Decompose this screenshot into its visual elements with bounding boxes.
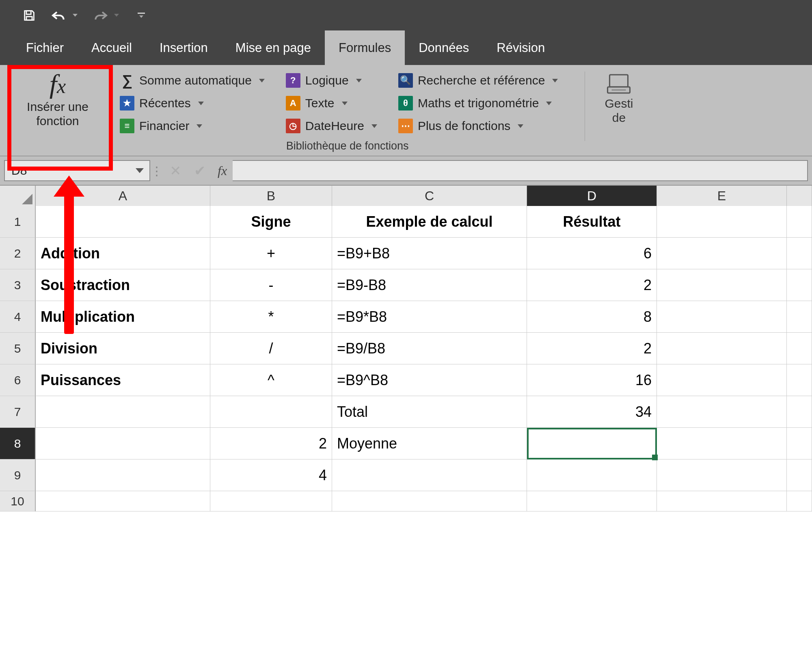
- tab-mise-en-page[interactable]: Mise en page: [222, 30, 325, 65]
- cell-e5[interactable]: [657, 333, 787, 364]
- cell-e6[interactable]: [657, 364, 787, 396]
- math-button[interactable]: θ Maths et trigonométrie: [396, 93, 561, 114]
- row-header-10[interactable]: 10: [0, 491, 36, 511]
- tab-insertion[interactable]: Insertion: [146, 30, 222, 65]
- cell-a1[interactable]: [36, 206, 210, 238]
- cell-a9[interactable]: [36, 459, 210, 491]
- cell-a10[interactable]: [36, 491, 210, 511]
- cell-d6[interactable]: 16: [527, 364, 657, 396]
- cell-b8[interactable]: 2: [210, 428, 332, 459]
- recent-button[interactable]: ★ Récentes: [117, 93, 267, 114]
- cell-d9[interactable]: [527, 459, 657, 491]
- cell-d2[interactable]: 6: [527, 238, 657, 269]
- cell-a5[interactable]: Division: [36, 333, 210, 364]
- save-button[interactable]: [22, 9, 36, 22]
- tab-accueil[interactable]: Accueil: [78, 30, 146, 65]
- cell-c5[interactable]: =B9/B8: [332, 333, 527, 364]
- cell-d4[interactable]: 8: [527, 301, 657, 333]
- autosum-button[interactable]: ∑ Somme automatique: [117, 70, 267, 91]
- cell-f8[interactable]: [787, 428, 812, 459]
- cell-b10[interactable]: [210, 491, 332, 511]
- cell-e3[interactable]: [657, 269, 787, 301]
- col-header-f[interactable]: [787, 186, 812, 206]
- cell-f1[interactable]: [787, 206, 812, 238]
- cell-e7[interactable]: [657, 396, 787, 428]
- cell-e1[interactable]: [657, 206, 787, 238]
- cell-a6[interactable]: Puissances: [36, 364, 210, 396]
- cell-d1[interactable]: Résultat: [527, 206, 657, 238]
- col-header-d[interactable]: D: [527, 186, 657, 206]
- cell-e4[interactable]: [657, 301, 787, 333]
- cell-e8[interactable]: [657, 428, 787, 459]
- cancel-button[interactable]: ✕: [163, 160, 188, 181]
- cell-d5[interactable]: 2: [527, 333, 657, 364]
- cell-d10[interactable]: [527, 491, 657, 511]
- cell-e9[interactable]: [657, 459, 787, 491]
- row-header-9[interactable]: 9: [0, 459, 36, 491]
- tab-formules[interactable]: Formules: [325, 30, 405, 65]
- name-manager-button[interactable]: Gestide: [592, 69, 645, 125]
- cell-a3[interactable]: Soustraction: [36, 269, 210, 301]
- cell-d8[interactable]: [527, 428, 657, 459]
- col-header-b[interactable]: B: [210, 186, 332, 206]
- cell-c3[interactable]: =B9-B8: [332, 269, 527, 301]
- row-header-1[interactable]: 1: [0, 206, 36, 238]
- tab-revision[interactable]: Révision: [483, 30, 559, 65]
- cell-e10[interactable]: [657, 491, 787, 511]
- cell-c9[interactable]: [332, 459, 527, 491]
- row-header-8[interactable]: 8: [0, 428, 36, 459]
- col-header-a[interactable]: A: [36, 186, 210, 206]
- tab-fichier[interactable]: Fichier: [12, 30, 78, 65]
- datetime-button[interactable]: ◷ DateHeure: [283, 115, 380, 136]
- cell-c2[interactable]: =B9+B8: [332, 238, 527, 269]
- cell-f7[interactable]: [787, 396, 812, 428]
- cell-a8[interactable]: [36, 428, 210, 459]
- cell-f2[interactable]: [787, 238, 812, 269]
- row-header-6[interactable]: 6: [0, 364, 36, 396]
- row-header-2[interactable]: 2: [0, 238, 36, 269]
- cell-b5[interactable]: /: [210, 333, 332, 364]
- row-header-7[interactable]: 7: [0, 396, 36, 428]
- cell-f10[interactable]: [787, 491, 812, 511]
- text-button[interactable]: A Texte: [283, 93, 380, 114]
- cell-d3[interactable]: 2: [527, 269, 657, 301]
- cell-b7[interactable]: [210, 396, 332, 428]
- cell-b4[interactable]: *: [210, 301, 332, 333]
- customize-qat-button[interactable]: [138, 13, 145, 18]
- cell-f6[interactable]: [787, 364, 812, 396]
- row-header-3[interactable]: 3: [0, 269, 36, 301]
- cell-b3[interactable]: -: [210, 269, 332, 301]
- cell-e2[interactable]: [657, 238, 787, 269]
- insert-function-button[interactable]: fx Insérer unefonction: [13, 69, 102, 128]
- cell-c8[interactable]: Moyenne: [332, 428, 527, 459]
- redo-button[interactable]: [92, 9, 119, 22]
- cell-c7[interactable]: Total: [332, 396, 527, 428]
- cell-f9[interactable]: [787, 459, 812, 491]
- formula-input[interactable]: [233, 160, 808, 181]
- cell-b6[interactable]: ^: [210, 364, 332, 396]
- cell-c10[interactable]: [332, 491, 527, 511]
- col-header-c[interactable]: C: [332, 186, 527, 206]
- cell-c4[interactable]: =B9*B8: [332, 301, 527, 333]
- cell-a4[interactable]: Multiplication: [36, 301, 210, 333]
- undo-button[interactable]: [51, 9, 78, 22]
- cell-b9[interactable]: 4: [210, 459, 332, 491]
- cell-c6[interactable]: =B9^B8: [332, 364, 527, 396]
- cell-b2[interactable]: +: [210, 238, 332, 269]
- cell-f5[interactable]: [787, 333, 812, 364]
- name-box[interactable]: D8: [4, 160, 150, 181]
- select-all-corner[interactable]: [0, 186, 36, 206]
- cell-b1[interactable]: Signe: [210, 206, 332, 238]
- financial-button[interactable]: ≡ Financier: [117, 115, 267, 136]
- more-functions-button[interactable]: ⋯ Plus de fonctions: [396, 115, 561, 136]
- cell-f3[interactable]: [787, 269, 812, 301]
- lookup-button[interactable]: 🔍 Recherche et référence: [396, 70, 561, 91]
- logical-button[interactable]: ? Logique: [283, 70, 380, 91]
- enter-button[interactable]: ✔: [188, 160, 212, 181]
- col-header-e[interactable]: E: [657, 186, 787, 206]
- cell-f4[interactable]: [787, 301, 812, 333]
- row-header-4[interactable]: 4: [0, 301, 36, 333]
- fx-button[interactable]: fx: [212, 163, 233, 178]
- cell-a7[interactable]: [36, 396, 210, 428]
- row-header-5[interactable]: 5: [0, 333, 36, 364]
